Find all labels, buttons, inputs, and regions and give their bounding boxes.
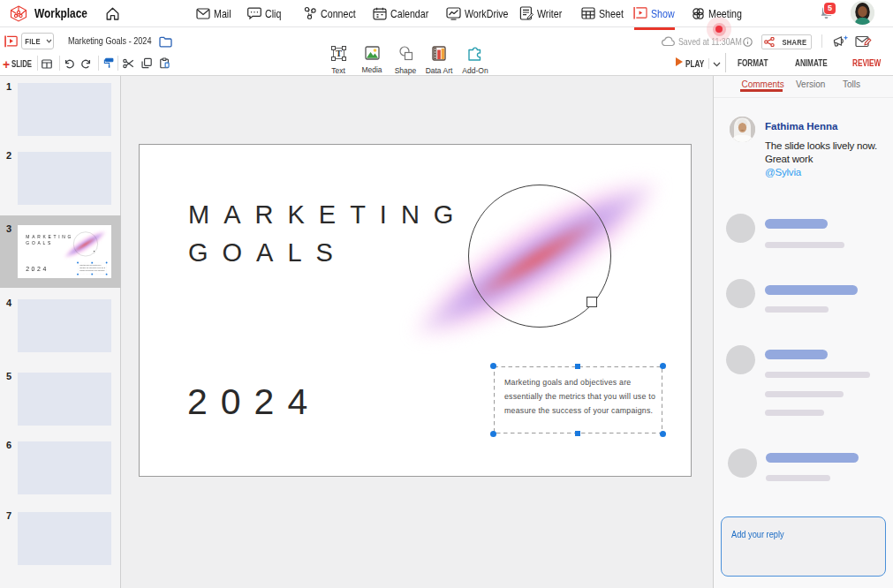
svg-text:T: T xyxy=(336,49,342,58)
